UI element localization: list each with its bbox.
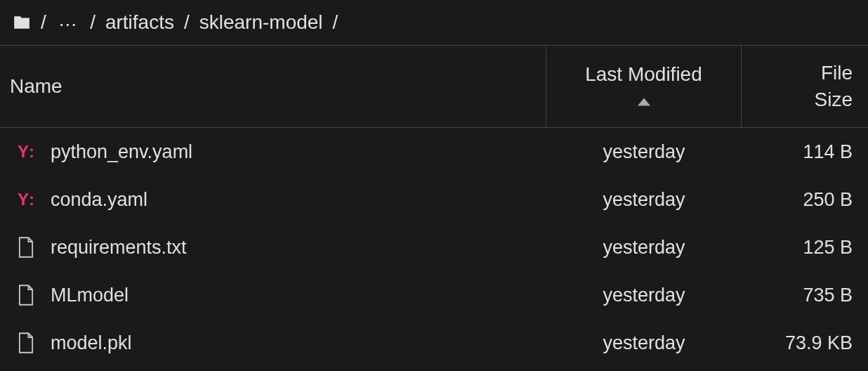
file-name: requirements.txt bbox=[51, 237, 187, 259]
file-name: model.pkl bbox=[51, 332, 132, 354]
column-header-name[interactable]: Name bbox=[0, 46, 546, 127]
breadcrumb-segment-artifacts[interactable]: artifacts bbox=[105, 11, 174, 34]
breadcrumb-separator: / bbox=[181, 11, 192, 34]
table-row[interactable]: MLmodel yesterday 735 B bbox=[0, 271, 868, 319]
table-row[interactable]: Y: python_env.yaml yesterday 114 B bbox=[0, 128, 868, 176]
breadcrumb-separator: / bbox=[330, 11, 341, 34]
file-modified: yesterday bbox=[546, 141, 742, 163]
file-name: python_env.yaml bbox=[51, 141, 192, 163]
column-header-last-modified-label: Last Modified bbox=[585, 63, 702, 86]
file-name-cell: requirements.txt bbox=[15, 235, 546, 259]
file-modified: yesterday bbox=[546, 285, 742, 306]
table-row[interactable]: model.pkl yesterday 73.9 KB bbox=[0, 319, 868, 367]
file-size: 114 B bbox=[742, 141, 858, 163]
file-name-cell: MLmodel bbox=[15, 283, 546, 307]
file-size: 73.9 KB bbox=[742, 332, 858, 354]
file-icon bbox=[15, 283, 37, 307]
table-row[interactable]: Y: conda.yaml yesterday 250 B bbox=[0, 176, 868, 223]
yaml-file-icon: Y: bbox=[15, 140, 37, 164]
column-header-file-size-label-1: File bbox=[821, 60, 853, 86]
folder-icon[interactable] bbox=[13, 13, 31, 32]
table-row[interactable]: requirements.txt yesterday 125 B bbox=[0, 223, 868, 271]
file-modified: yesterday bbox=[546, 332, 742, 354]
file-name: conda.yaml bbox=[51, 189, 147, 211]
table-header: Name Last Modified File Size bbox=[0, 45, 868, 128]
file-name: MLmodel bbox=[51, 285, 129, 306]
breadcrumb: / ... / artifacts / sklearn-model / bbox=[0, 0, 868, 45]
file-list: Y: python_env.yaml yesterday 114 B Y: co… bbox=[0, 128, 868, 367]
breadcrumb-ellipsis[interactable]: ... bbox=[56, 10, 80, 30]
column-header-last-modified[interactable]: Last Modified bbox=[546, 46, 742, 127]
file-modified: yesterday bbox=[546, 189, 742, 211]
breadcrumb-segment-sklearn-model[interactable]: sklearn-model bbox=[199, 11, 323, 34]
sort-ascending-icon bbox=[638, 90, 650, 110]
file-icon bbox=[15, 331, 37, 355]
file-size: 735 B bbox=[742, 285, 858, 306]
column-header-file-size[interactable]: File Size bbox=[742, 46, 868, 127]
breadcrumb-separator: / bbox=[87, 11, 98, 34]
file-icon bbox=[15, 235, 37, 259]
file-name-cell: Y: conda.yaml bbox=[15, 188, 546, 211]
file-size: 250 B bbox=[742, 189, 858, 211]
yaml-file-icon: Y: bbox=[15, 188, 37, 211]
column-header-name-label: Name bbox=[10, 75, 63, 98]
file-modified: yesterday bbox=[546, 237, 742, 259]
file-name-cell: model.pkl bbox=[15, 331, 546, 355]
file-name-cell: Y: python_env.yaml bbox=[15, 140, 546, 164]
column-header-file-size-label-2: Size bbox=[815, 86, 853, 113]
file-size: 125 B bbox=[742, 237, 858, 259]
breadcrumb-separator: / bbox=[38, 11, 49, 34]
